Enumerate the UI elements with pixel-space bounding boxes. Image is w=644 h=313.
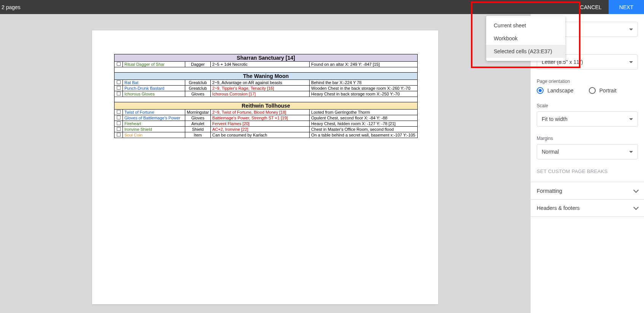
- table-row: Twist of FortuneMorningstar2~9, Twist of…: [114, 110, 418, 115]
- checkbox-cell[interactable]: [114, 80, 123, 86]
- table-row: Soul CoinItemCan be consumed by KarlachO…: [114, 132, 418, 138]
- headers-footers-label: Headers & footers: [537, 205, 580, 211]
- checkbox-cell[interactable]: [114, 121, 123, 127]
- headers-footers-accordion[interactable]: Headers & footers: [531, 199, 644, 217]
- topbar-actions: CANCEL NEXT: [573, 0, 644, 14]
- dropdown-option[interactable]: Selected cells (A23:E37): [486, 45, 565, 58]
- chevron-down-icon: [633, 187, 639, 192]
- item-location: Opulent Chest, second floor X: -84 Y: -8…: [310, 115, 418, 121]
- item-type: Greatclub: [185, 80, 211, 86]
- item-name: Gloves of Battlemage's Power: [123, 115, 185, 121]
- item-stats: Ichorous Corrosion [17]: [211, 91, 310, 97]
- table-row: Gloves of Battlemage's PowerGlovesBattle…: [114, 115, 418, 121]
- checkbox-cell[interactable]: [114, 132, 123, 138]
- landscape-radio[interactable]: Landscape: [537, 87, 574, 94]
- dropdown-triangle-icon: [629, 61, 633, 63]
- set-custom-page-breaks-link[interactable]: SET CUSTOM PAGE BREAKS: [531, 168, 644, 174]
- topbar: 2 pages CANCEL NEXT: [0, 0, 644, 14]
- item-name: Ichorous Gloves: [123, 91, 185, 97]
- pages-count-label: 2 pages: [2, 4, 21, 10]
- item-stats: Battlemage's Power, Strength ST +1 [19]: [211, 115, 310, 121]
- dropdown-triangle-icon: [629, 118, 633, 120]
- item-location: Chest in Master's Office Room, second fl…: [310, 127, 418, 132]
- item-type: Amulet: [185, 121, 211, 127]
- item-location: Behind the bar X:-224 Y 78: [310, 80, 418, 86]
- margins-value: Normal: [542, 149, 559, 155]
- item-stats: Fervent Flames [20]: [211, 121, 310, 127]
- checkbox-cell[interactable]: [114, 115, 123, 121]
- formatting-label: Formatting: [537, 188, 562, 194]
- item-name: Ironvine Shield: [123, 127, 185, 132]
- margins-select[interactable]: Normal: [537, 144, 638, 159]
- portrait-label: Portrait: [599, 87, 617, 94]
- item-location: Looted from Gerringothe Thorm: [310, 110, 418, 115]
- checkbox-cell[interactable]: [114, 110, 123, 115]
- item-type: Gloves: [185, 115, 211, 121]
- item-location: On a table behind a secret wall, basemen…: [310, 132, 418, 138]
- item-name: Fireheart: [123, 121, 185, 127]
- section-header: Reithwin Tollhouse: [114, 102, 418, 110]
- item-name: Soul Coin: [123, 132, 185, 138]
- item-stats: 2~5 + 1d4 Necrotic: [211, 62, 310, 67]
- item-type: Shield: [185, 127, 211, 132]
- checkbox-cell[interactable]: [114, 127, 123, 132]
- table-row: FireheartAmuletFervent Flames [20]Heavy …: [114, 121, 418, 127]
- portrait-radio[interactable]: Portrait: [589, 87, 617, 94]
- checkbox-cell[interactable]: [114, 86, 123, 91]
- item-name: Twist of Fortune: [123, 110, 185, 115]
- item-stats: 2~9, Tippler's Rage, Tenacity [16]: [211, 86, 310, 91]
- orientation-group: Landscape Portrait: [537, 87, 638, 94]
- item-type: Gloves: [185, 91, 211, 97]
- item-stats: Can be consumed by Karlach: [211, 132, 310, 138]
- item-stats: 2~9, Advantage on AR against beasts: [211, 80, 310, 86]
- margins-label: Margins: [537, 136, 638, 141]
- radio-checked-icon: [537, 87, 544, 94]
- chevron-down-icon: [633, 205, 639, 210]
- cancel-button[interactable]: CANCEL: [573, 0, 609, 14]
- item-type: Morningstar: [185, 110, 211, 115]
- next-button[interactable]: NEXT: [609, 0, 644, 14]
- table-row: Ironvine ShieldShieldAC+2, Ironvine [22]…: [114, 127, 418, 132]
- section-header: Sharran Sanctuary [14]: [114, 54, 418, 62]
- dropdown-option[interactable]: Current sheet: [486, 19, 565, 32]
- formatting-accordion[interactable]: Formatting: [531, 182, 644, 199]
- table-row: Punch-Drunk BastardGreatclub2~9, Tippler…: [114, 86, 418, 91]
- item-name: Rat Bat: [123, 80, 185, 86]
- dropdown-option[interactable]: Workbook: [486, 32, 565, 45]
- item-type: Dagger: [185, 62, 211, 67]
- scale-label: Scale: [537, 103, 638, 108]
- print-preview-area: Sharran Sanctuary [14]Ritual Dagger of S…: [0, 14, 530, 313]
- preview-page: Sharran Sanctuary [14]Ritual Dagger of S…: [92, 30, 438, 304]
- checkbox-cell[interactable]: [114, 62, 123, 67]
- item-location: Heavy Chest, hidden room X: -127 Y: -78 …: [310, 121, 418, 127]
- item-location: Wooden Chest in the back storage room X:…: [310, 86, 418, 91]
- item-name: Ritual Dagger of Shar: [123, 62, 185, 67]
- table-row: Ritual Dagger of SharDagger2~5 + 1d4 Nec…: [114, 62, 418, 67]
- print-range-dropdown-menu: Current sheetWorkbookSelected cells (A23…: [486, 16, 565, 61]
- table-row: Rat BatGreatclub2~9, Advantage on AR aga…: [114, 80, 418, 86]
- section-header: The Waning Moon: [114, 73, 418, 80]
- table-row: Ichorous GlovesGlovesIchorous Corrosion …: [114, 91, 418, 97]
- radio-unchecked-icon: [589, 87, 596, 94]
- item-stats: 2~9, Twist of Fortune, Blood Money [18]: [211, 110, 310, 115]
- scale-select[interactable]: Fit to width: [537, 111, 638, 127]
- item-location: Heavy Chest in back storage room X:-250 …: [310, 91, 418, 97]
- checkbox-cell[interactable]: [114, 91, 123, 97]
- item-location: Found on an altar X: 249 Y: -847 [15]: [310, 62, 418, 67]
- dropdown-triangle-icon: [629, 29, 633, 30]
- orientation-label: Page orientation: [537, 79, 638, 84]
- item-type: Greatclub: [185, 86, 211, 91]
- item-type: Item: [185, 132, 211, 138]
- dropdown-triangle-icon: [629, 151, 633, 153]
- scale-value: Fit to width: [542, 116, 568, 122]
- landscape-label: Landscape: [547, 87, 574, 94]
- item-stats: AC+2, Ironvine [22]: [211, 127, 310, 132]
- document-table: Sharran Sanctuary [14]Ritual Dagger of S…: [114, 54, 418, 138]
- item-name: Punch-Drunk Bastard: [123, 86, 185, 91]
